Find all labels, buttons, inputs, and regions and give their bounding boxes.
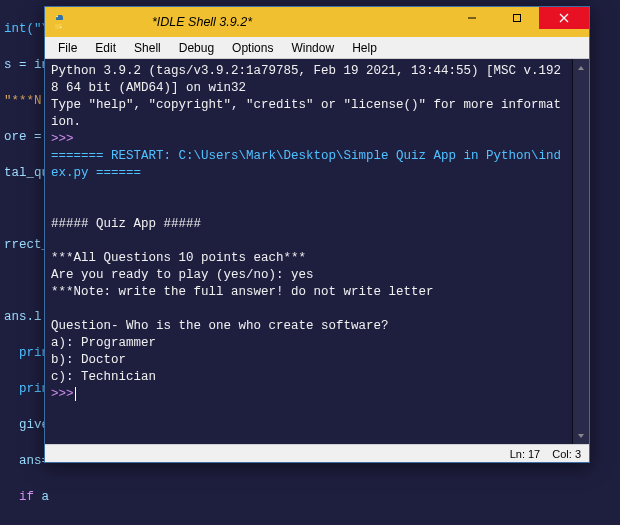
menu-help[interactable]: Help: [343, 39, 386, 57]
output-line: b): Doctor: [51, 353, 126, 367]
scroll-up-icon[interactable]: [573, 59, 589, 76]
svg-marker-7: [578, 434, 584, 438]
status-line: Ln: 17: [510, 448, 541, 460]
menubar: File Edit Shell Debug Options Window Hel…: [45, 37, 589, 59]
menu-options[interactable]: Options: [223, 39, 282, 57]
scroll-down-icon[interactable]: [573, 427, 589, 444]
shell-text-area[interactable]: Python 3.9.2 (tags/v3.9.2:1a79785, Feb 1…: [45, 59, 572, 444]
window-title: *IDLE Shell 3.9.2*: [0, 15, 449, 29]
vertical-scrollbar[interactable]: [572, 59, 589, 444]
python-banner-help: Type "help", "copyright", "credits" or "…: [51, 98, 561, 129]
maximize-button[interactable]: [494, 7, 539, 29]
restart-line: ======= RESTART: C:\Users\Mark\Desktop\S…: [51, 149, 561, 180]
output-line: a): Programmer: [51, 336, 156, 350]
user-input: yes: [291, 268, 314, 282]
output-line: ##### Quiz App #####: [51, 217, 201, 231]
output-line: Are you ready to play (yes/no):: [51, 268, 291, 282]
shell-body: Python 3.9.2 (tags/v3.9.2:1a79785, Feb 1…: [45, 59, 589, 444]
menu-file[interactable]: File: [49, 39, 86, 57]
status-col: Col: 3: [552, 448, 581, 460]
idle-shell-window: *IDLE Shell 3.9.2* File Edit Shell Debug…: [44, 6, 590, 463]
svg-marker-6: [578, 66, 584, 70]
text-cursor: [75, 387, 76, 401]
menu-edit[interactable]: Edit: [86, 39, 125, 57]
close-button[interactable]: [539, 7, 589, 29]
titlebar[interactable]: *IDLE Shell 3.9.2*: [45, 7, 589, 37]
prompt: >>>: [51, 132, 81, 146]
svg-rect-3: [513, 15, 520, 22]
statusbar: Ln: 17 Col: 3: [45, 444, 589, 462]
python-banner: Python 3.9.2 (tags/v3.9.2:1a79785, Feb 1…: [51, 64, 561, 95]
output-line: ***All Questions 10 points each***: [51, 251, 306, 265]
window-controls: [449, 7, 589, 29]
menu-window[interactable]: Window: [282, 39, 343, 57]
minimize-button[interactable]: [449, 7, 494, 29]
output-line: c): Technician: [51, 370, 156, 384]
menu-debug[interactable]: Debug: [170, 39, 223, 57]
output-line: Question- Who is the one who create soft…: [51, 319, 389, 333]
scroll-track[interactable]: [573, 76, 589, 427]
menu-shell[interactable]: Shell: [125, 39, 170, 57]
prompt: >>>: [51, 387, 74, 401]
output-line: ***Note: write the full answer! do not w…: [51, 285, 434, 299]
